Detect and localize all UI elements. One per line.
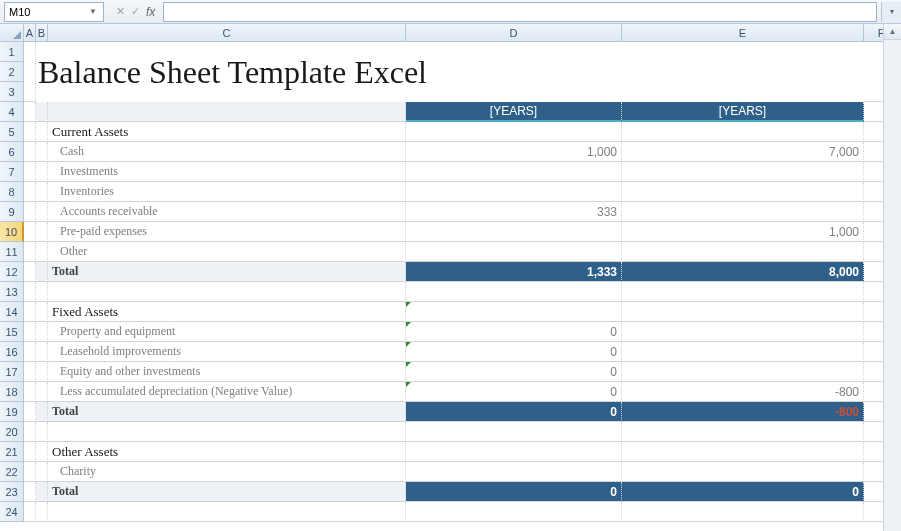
row-header[interactable]: 12 (0, 262, 24, 282)
item-value[interactable]: 0 (406, 382, 622, 402)
cell[interactable] (36, 242, 48, 262)
row-header[interactable]: 3 (0, 82, 24, 102)
cell[interactable] (36, 282, 48, 302)
item-label[interactable]: Charity (48, 462, 406, 482)
row-header[interactable]: 8 (0, 182, 24, 202)
cell[interactable] (36, 102, 48, 122)
row-header[interactable]: 5 (0, 122, 24, 142)
row-header-selected[interactable]: 10 (0, 222, 24, 242)
item-label[interactable]: Cash (48, 142, 406, 162)
cell[interactable] (36, 442, 48, 462)
item-label[interactable]: Equity and other investments (48, 362, 406, 382)
cell[interactable] (24, 322, 36, 342)
cell[interactable] (406, 502, 622, 522)
cell[interactable] (24, 342, 36, 362)
cell[interactable] (36, 262, 48, 282)
total-label[interactable]: Total (48, 262, 406, 282)
cell[interactable] (36, 202, 48, 222)
item-label[interactable]: Property and equipment (48, 322, 406, 342)
item-label[interactable]: Leasehold improvements (48, 342, 406, 362)
cell[interactable] (24, 242, 36, 262)
section-header-fixed[interactable]: Fixed Assets (48, 302, 406, 322)
col-header-e[interactable]: E (622, 24, 864, 42)
cell[interactable] (24, 362, 36, 382)
cell[interactable] (36, 122, 48, 142)
fx-icon[interactable]: fx (146, 5, 155, 19)
item-value[interactable] (406, 462, 622, 482)
row-header[interactable]: 11 (0, 242, 24, 262)
item-value[interactable] (406, 162, 622, 182)
cell[interactable] (622, 122, 864, 142)
item-value[interactable]: -800 (622, 382, 864, 402)
cell[interactable] (406, 302, 622, 322)
total-value[interactable]: 1,333 (406, 262, 622, 282)
total-label[interactable]: Total (48, 482, 406, 502)
year-header-e[interactable]: [YEARS] (622, 102, 864, 122)
total-value[interactable]: 0 (406, 482, 622, 502)
cell[interactable] (36, 322, 48, 342)
item-label[interactable]: Accounts receivable (48, 202, 406, 222)
cell[interactable] (622, 302, 864, 322)
cell[interactable] (24, 102, 36, 122)
row-header[interactable]: 16 (0, 342, 24, 362)
cell[interactable] (36, 222, 48, 242)
cell[interactable] (622, 442, 864, 462)
item-value[interactable]: 0 (406, 322, 622, 342)
cell[interactable] (36, 302, 48, 322)
item-value[interactable] (622, 322, 864, 342)
section-header-current[interactable]: Current Assets (48, 122, 406, 142)
item-label[interactable]: Less accumulated depreciation (Negative … (48, 382, 406, 402)
cell[interactable] (36, 462, 48, 482)
cell[interactable] (24, 482, 36, 502)
total-value[interactable]: 8,000 (622, 262, 864, 282)
col-header-b[interactable]: B (36, 24, 48, 42)
cell[interactable] (406, 122, 622, 142)
cell[interactable] (24, 42, 36, 102)
item-label[interactable]: Other (48, 242, 406, 262)
cell[interactable] (406, 442, 622, 462)
cell[interactable] (24, 122, 36, 142)
cell[interactable] (622, 282, 864, 302)
item-value[interactable] (406, 222, 622, 242)
row-header[interactable]: 21 (0, 442, 24, 462)
cell[interactable] (48, 422, 406, 442)
row-header[interactable]: 18 (0, 382, 24, 402)
row-header[interactable]: 6 (0, 142, 24, 162)
total-value-negative[interactable]: -800 (622, 402, 864, 422)
cell[interactable] (36, 142, 48, 162)
row-header[interactable]: 2 (0, 62, 24, 82)
cell[interactable] (24, 282, 36, 302)
item-value[interactable] (406, 182, 622, 202)
item-value[interactable]: 0 (406, 362, 622, 382)
cell[interactable] (36, 342, 48, 362)
cell[interactable] (24, 262, 36, 282)
scroll-up-icon[interactable]: ▲ (884, 24, 901, 40)
row-header[interactable]: 7 (0, 162, 24, 182)
item-value[interactable] (622, 242, 864, 262)
cell[interactable] (24, 462, 36, 482)
row-header[interactable]: 4 (0, 102, 24, 122)
row-header[interactable]: 14 (0, 302, 24, 322)
vertical-scrollbar[interactable]: ▲ (883, 24, 901, 522)
item-value[interactable]: 0 (406, 342, 622, 362)
item-value[interactable] (622, 182, 864, 202)
cell[interactable] (36, 502, 48, 522)
cell[interactable] (406, 422, 622, 442)
cell[interactable] (36, 482, 48, 502)
item-value[interactable] (406, 242, 622, 262)
row-header[interactable]: 9 (0, 202, 24, 222)
col-header-a[interactable]: A (24, 24, 36, 42)
cell[interactable] (48, 502, 406, 522)
sheet-title[interactable]: Balance Sheet Template Excel (36, 42, 864, 102)
cell[interactable] (24, 222, 36, 242)
cell[interactable] (24, 442, 36, 462)
cell[interactable] (36, 402, 48, 422)
cell[interactable] (36, 162, 48, 182)
item-value[interactable] (622, 162, 864, 182)
cell-grid[interactable]: Balance Sheet Template Excel [YEARS] [YE… (24, 42, 899, 522)
cell[interactable] (36, 182, 48, 202)
item-value[interactable] (622, 362, 864, 382)
cell[interactable] (406, 282, 622, 302)
cell[interactable] (24, 182, 36, 202)
name-box[interactable]: M10 ▼ (4, 2, 104, 22)
